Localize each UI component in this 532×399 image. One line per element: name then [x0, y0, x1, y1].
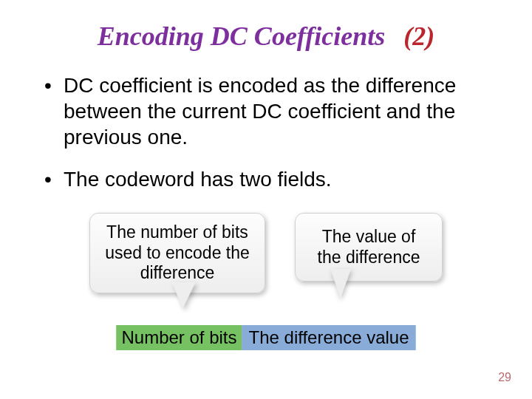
bullet-list: DC coefficient is encoded as the differe… [30, 72, 502, 192]
callout-left: The number of bits used to encode the di… [89, 213, 265, 293]
field-number-of-bits: Number of bits [116, 325, 242, 350]
title-main: Encoding DC Coefficients [98, 21, 385, 51]
slide-title: Encoding DC Coefficients (2) [30, 21, 502, 52]
codeword-fields: Number of bits The difference value [116, 325, 415, 350]
bullet-item: The codeword has two fields. [44, 166, 502, 192]
bullet-item: DC coefficient is encoded as the differe… [44, 72, 502, 150]
callout-right-text: The value of the difference [295, 213, 443, 282]
slide: Encoding DC Coefficients (2) DC coeffici… [0, 0, 532, 399]
callout-tail-icon [172, 282, 200, 309]
page-number: 29 [498, 371, 511, 384]
title-number: (2) [403, 21, 434, 51]
callout-left-text: The number of bits used to encode the di… [89, 213, 265, 293]
callouts-row: The number of bits used to encode the di… [0, 213, 532, 293]
field-difference-value: The difference value [242, 325, 416, 350]
callout-right: The value of the difference [295, 213, 443, 293]
